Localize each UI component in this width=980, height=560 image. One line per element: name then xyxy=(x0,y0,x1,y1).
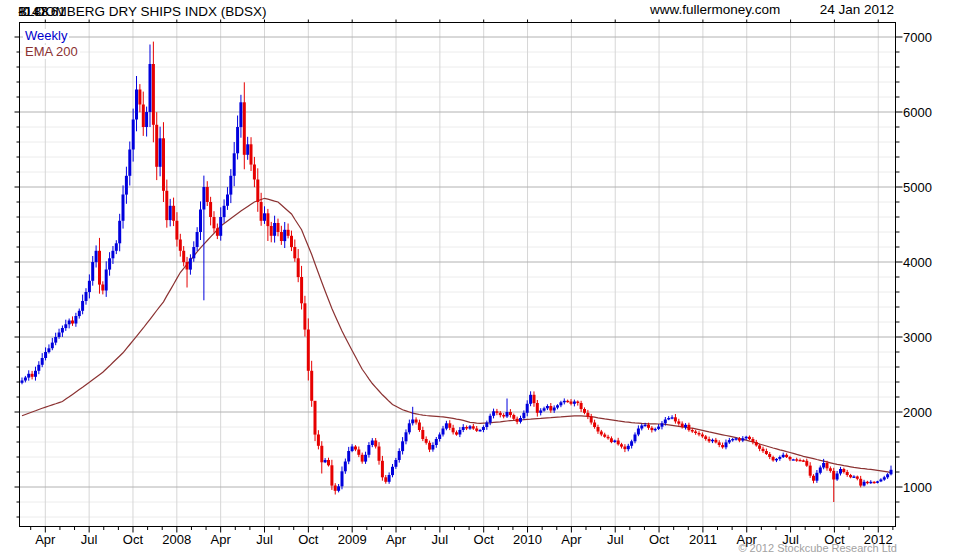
gridlines-vertical xyxy=(45,23,878,527)
chart-window: BLOOMBERG DRY SHIPS INDX (BDSX) 1147.61 … xyxy=(0,0,980,560)
x-tick-label: 2011 xyxy=(689,532,717,547)
gridlines-minor xyxy=(20,52,896,517)
legend-ema200: EMA 200 xyxy=(23,45,80,59)
y-tick-label: 5000 xyxy=(903,180,932,195)
x-tick-label: Oct xyxy=(649,532,670,547)
y-tick-label: 6000 xyxy=(903,105,932,120)
x-tick-label: 2010 xyxy=(513,532,542,547)
x-tick-label: Oct xyxy=(298,532,319,547)
x-tick-label: 2009 xyxy=(338,532,367,547)
x-tick-label: Jul xyxy=(607,532,624,547)
x-tick-label: Apr xyxy=(386,532,407,547)
x-tick-label: Jul xyxy=(432,532,449,547)
candlesticks-layer xyxy=(21,42,893,502)
y-tick-label: 4000 xyxy=(903,255,932,270)
y-tick-label: 3000 xyxy=(903,330,932,345)
x-tick-label: Jul xyxy=(81,532,98,547)
x-tick-label: Apr xyxy=(561,532,582,547)
y-tick-label: 7000 xyxy=(903,30,932,45)
x-tick-label: Apr xyxy=(211,532,232,547)
x-tick-label: Oct xyxy=(123,532,144,547)
price-chart: 1000200030004000500060007000AprJulOct200… xyxy=(0,0,980,560)
x-tick-label: Oct xyxy=(474,532,495,547)
x-tick-label: 2008 xyxy=(162,532,191,547)
y-tick-label: 1000 xyxy=(903,480,932,495)
x-tick-label: Apr xyxy=(35,532,56,547)
y-tick-label: 2000 xyxy=(903,405,932,420)
legend-weekly: Weekly xyxy=(23,29,69,43)
copyright: © 2012 Stockcube Research Ltd xyxy=(738,542,897,554)
x-tick-label: Jul xyxy=(256,532,273,547)
